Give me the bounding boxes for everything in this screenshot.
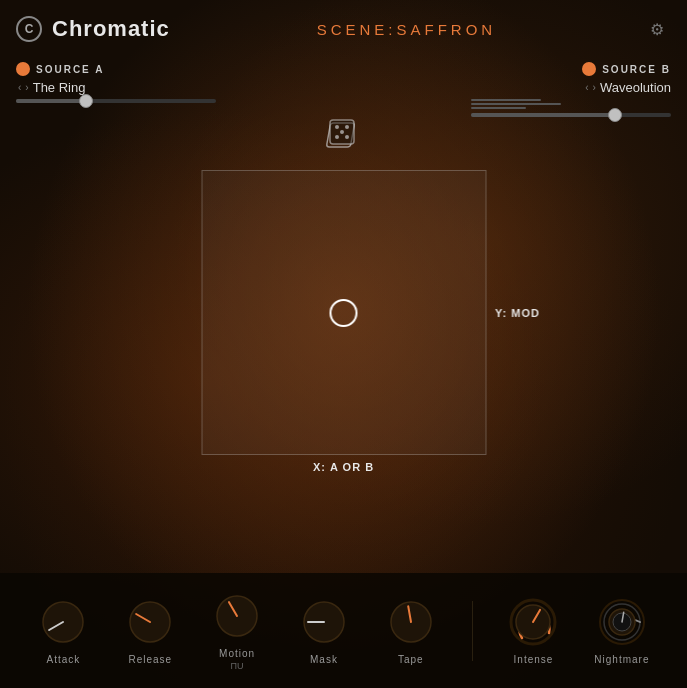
scene-prefix: SCENE: bbox=[317, 21, 397, 38]
nightmare-knob[interactable] bbox=[596, 596, 648, 648]
source-a-nav: ‹ › The Ring bbox=[16, 80, 216, 95]
sources-row: SOURCE A ‹ › The Ring SOURCE B ‹ › Waveo… bbox=[0, 58, 687, 117]
source-b-slider[interactable] bbox=[471, 113, 671, 117]
xy-dot[interactable] bbox=[330, 299, 358, 327]
app-container: C Chromatic SCENE:SAFFRON ⚙ SOURCE A ‹ ›… bbox=[0, 0, 687, 688]
intense-label: Intense bbox=[514, 654, 554, 665]
knob-tape: Tape bbox=[385, 596, 437, 665]
xy-label-x: X: A OR B bbox=[201, 461, 486, 473]
source-a-dot bbox=[16, 62, 30, 76]
xy-x-value: A OR B bbox=[330, 461, 374, 473]
attack-label: Attack bbox=[47, 654, 81, 665]
knob-motion: Motion ΠU bbox=[211, 590, 263, 671]
svg-point-4 bbox=[340, 130, 344, 134]
knob-attack: Attack bbox=[37, 596, 89, 665]
xy-pad-wrapper: Y: MOD X: A OR B bbox=[201, 170, 486, 473]
motion-sub: ΠU bbox=[231, 661, 244, 671]
svg-point-2 bbox=[335, 125, 339, 129]
motion-label: Motion bbox=[219, 648, 255, 659]
scene-title: SCENE:SAFFRON bbox=[317, 21, 497, 38]
source-a-panel: SOURCE A ‹ › The Ring bbox=[16, 62, 216, 103]
attack-knob[interactable] bbox=[37, 596, 89, 648]
source-b-dot bbox=[582, 62, 596, 76]
source-a-name: The Ring bbox=[33, 80, 86, 95]
knob-intense: Intense bbox=[507, 596, 559, 665]
mask-knob[interactable] bbox=[298, 596, 350, 648]
source-a-prev[interactable]: ‹ bbox=[18, 82, 21, 93]
preset-indicator[interactable]: C bbox=[16, 16, 42, 42]
source-a-slider[interactable] bbox=[16, 99, 216, 103]
nightmare-label: Nightmare bbox=[594, 654, 649, 665]
tape-label: Tape bbox=[398, 654, 424, 665]
preset-letter: C bbox=[25, 22, 34, 36]
release-knob[interactable] bbox=[124, 596, 176, 648]
source-a-header: SOURCE A bbox=[16, 62, 216, 76]
xy-pad[interactable]: Y: MOD bbox=[201, 170, 486, 455]
release-label: Release bbox=[128, 654, 172, 665]
knobs-separator bbox=[472, 601, 473, 661]
knob-release: Release bbox=[124, 596, 176, 665]
source-b-name: Waveolution bbox=[600, 80, 671, 95]
scene-name: SAFFRON bbox=[396, 21, 496, 38]
source-b-prev[interactable]: ‹ bbox=[585, 82, 588, 93]
source-b-panel: SOURCE B ‹ › Waveolution bbox=[471, 62, 671, 117]
dice-icon[interactable] bbox=[325, 115, 363, 161]
knobs-row: Attack Release Motion ΠU bbox=[0, 573, 687, 688]
gear-icon: ⚙ bbox=[650, 20, 664, 39]
mask-label: Mask bbox=[310, 654, 338, 665]
dice-container[interactable] bbox=[325, 115, 363, 161]
app-name: Chromatic bbox=[52, 16, 170, 42]
source-b-nav: ‹ › Waveolution bbox=[471, 80, 671, 95]
xy-y-value: MOD bbox=[511, 307, 540, 319]
tape-knob[interactable] bbox=[385, 596, 437, 648]
xy-y-prefix: Y: bbox=[495, 307, 507, 319]
knob-mask: Mask bbox=[298, 596, 350, 665]
svg-point-6 bbox=[345, 135, 349, 139]
settings-button[interactable]: ⚙ bbox=[643, 15, 671, 43]
source-a-next[interactable]: › bbox=[25, 82, 28, 93]
intense-knob[interactable] bbox=[507, 596, 559, 648]
source-b-next[interactable]: › bbox=[593, 82, 596, 93]
xy-label-y: Y: MOD bbox=[495, 307, 540, 319]
top-bar: C Chromatic SCENE:SAFFRON ⚙ bbox=[0, 0, 687, 58]
svg-point-3 bbox=[345, 125, 349, 129]
source-b-label: SOURCE B bbox=[602, 64, 671, 75]
knob-nightmare: Nightmare bbox=[594, 596, 649, 665]
source-b-header: SOURCE B bbox=[471, 62, 671, 76]
top-left: C Chromatic bbox=[16, 16, 170, 42]
source-b-lines bbox=[471, 99, 671, 109]
motion-knob[interactable] bbox=[211, 590, 263, 642]
xy-x-prefix: X: bbox=[313, 461, 326, 473]
source-a-label: SOURCE A bbox=[36, 64, 104, 75]
svg-point-5 bbox=[335, 135, 339, 139]
